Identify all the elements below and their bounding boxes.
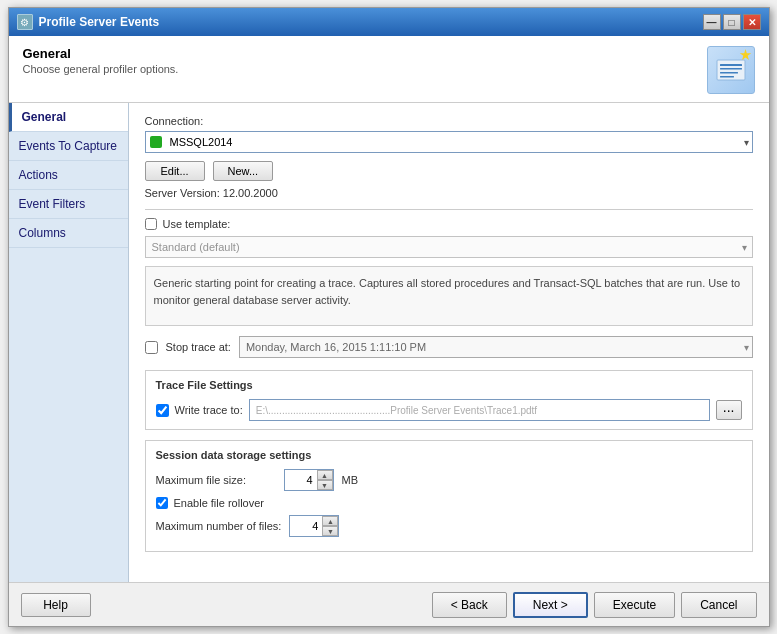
max-file-size-unit: MB [342, 474, 359, 486]
cancel-button[interactable]: Cancel [681, 592, 756, 618]
main-content: Connection: MSSQL2014 ▾ Edit... New... S… [129, 103, 769, 582]
max-file-size-input-box: ▲ ▼ [284, 469, 334, 491]
sidebar-item-actions[interactable]: Actions [9, 161, 128, 190]
write-trace-checkbox[interactable] [156, 404, 169, 417]
main-window: ⚙ Profile Server Events — □ ✕ General Ch… [8, 7, 770, 627]
stop-trace-arrow: ▾ [744, 342, 749, 353]
header-icon [707, 46, 755, 94]
use-template-checkbox[interactable] [145, 218, 157, 230]
connection-select-wrapper: MSSQL2014 ▾ [145, 131, 753, 153]
footer-left: Help [21, 593, 91, 617]
max-files-up[interactable]: ▲ [322, 516, 338, 526]
edit-button[interactable]: Edit... [145, 161, 205, 181]
help-button[interactable]: Help [21, 593, 91, 617]
window-icon: ⚙ [17, 14, 33, 30]
max-files-spinners: ▲ ▼ [322, 516, 338, 536]
close-button[interactable]: ✕ [743, 14, 761, 30]
max-files-input[interactable] [290, 516, 322, 536]
header-text: General Choose general profiler options. [23, 46, 179, 75]
new-button[interactable]: New... [213, 161, 274, 181]
max-file-size-label: Maximum file size: [156, 474, 276, 486]
sidebar-item-filters[interactable]: Event Filters [9, 190, 128, 219]
main-body: General Events To Capture Actions Event … [9, 103, 769, 582]
execute-button[interactable]: Execute [594, 592, 675, 618]
session-title: Session data storage settings [156, 449, 742, 461]
svg-rect-2 [720, 68, 742, 70]
write-trace-label[interactable]: Write trace to: [175, 404, 243, 416]
sidebar-item-events[interactable]: Events To Capture [9, 132, 128, 161]
stop-trace-input-wrapper: ▾ [239, 336, 753, 358]
use-template-label[interactable]: Use template: [163, 218, 231, 230]
max-files-down[interactable]: ▼ [322, 526, 338, 536]
trace-file-title: Trace File Settings [156, 379, 742, 391]
stop-trace-checkbox[interactable] [145, 341, 158, 354]
max-file-size-down[interactable]: ▼ [317, 480, 333, 490]
enable-rollover-label[interactable]: Enable file rollover [174, 497, 265, 509]
window-title: Profile Server Events [39, 15, 160, 29]
enable-rollover-checkbox[interactable] [156, 497, 168, 509]
max-files-label: Maximum number of files: [156, 520, 282, 532]
header-illustration [715, 54, 747, 86]
stop-trace-row: Stop trace at: ▾ [145, 336, 753, 358]
title-bar: ⚙ Profile Server Events — □ ✕ [9, 8, 769, 36]
max-files-input-box: ▲ ▼ [289, 515, 339, 537]
max-file-size-input[interactable] [285, 470, 317, 490]
connection-label: Connection: [145, 115, 753, 127]
divider-1 [145, 209, 753, 210]
svg-rect-3 [720, 72, 738, 74]
max-file-size-up[interactable]: ▲ [317, 470, 333, 480]
enable-rollover-row: Enable file rollover [156, 497, 742, 509]
back-button[interactable]: < Back [432, 592, 507, 618]
stop-trace-input[interactable] [239, 336, 753, 358]
footer: Help < Back Next > Execute Cancel [9, 582, 769, 626]
title-bar-left: ⚙ Profile Server Events [17, 14, 160, 30]
footer-right: < Back Next > Execute Cancel [432, 592, 757, 618]
header-title: General [23, 46, 179, 61]
edit-new-buttons: Edit... New... [145, 161, 753, 181]
next-button[interactable]: Next > [513, 592, 588, 618]
write-trace-row: Write trace to: ··· [156, 399, 742, 421]
template-checkbox-row: Use template: [145, 218, 753, 230]
browse-button[interactable]: ··· [716, 400, 742, 420]
header-panel: General Choose general profiler options. [9, 36, 769, 103]
max-file-size-row: Maximum file size: ▲ ▼ MB [156, 469, 742, 491]
server-version: Server Version: 12.00.2000 [145, 187, 753, 199]
trace-path-input[interactable] [249, 399, 710, 421]
svg-rect-1 [720, 64, 742, 66]
sidebar-item-general[interactable]: General [9, 103, 128, 132]
svg-rect-4 [720, 76, 734, 78]
template-select: Standard (default) [145, 236, 753, 258]
header-subtitle: Choose general profiler options. [23, 63, 179, 75]
session-section: Session data storage settings Maximum fi… [145, 440, 753, 552]
maximize-button[interactable]: □ [723, 14, 741, 30]
title-bar-buttons: — □ ✕ [703, 14, 761, 30]
stop-trace-label[interactable]: Stop trace at: [166, 341, 231, 353]
sidebar: General Events To Capture Actions Event … [9, 103, 129, 582]
description-box: Generic starting point for creating a tr… [145, 266, 753, 326]
max-files-row: Maximum number of files: ▲ ▼ [156, 515, 742, 537]
trace-file-section: Trace File Settings Write trace to: ··· [145, 370, 753, 430]
content-area: General Choose general profiler options.… [9, 36, 769, 626]
connection-select[interactable]: MSSQL2014 [145, 131, 753, 153]
template-select-box: Standard (default) [145, 236, 753, 258]
sidebar-item-columns[interactable]: Columns [9, 219, 128, 248]
minimize-button[interactable]: — [703, 14, 721, 30]
max-file-size-spinners: ▲ ▼ [317, 470, 333, 490]
